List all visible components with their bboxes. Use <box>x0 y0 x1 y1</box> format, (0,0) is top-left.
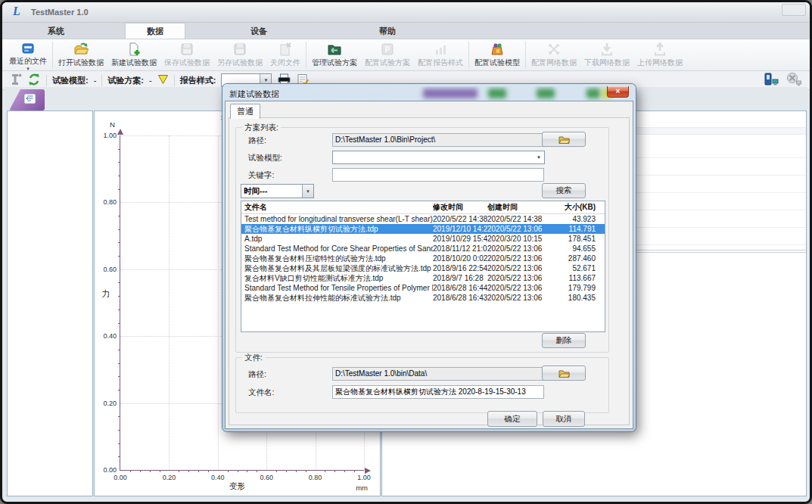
scheme-path-field[interactable]: D:\TestMaster 1.0\Bin\Project\ <box>332 133 544 147</box>
manage-scheme-folder-icon <box>327 40 342 58</box>
recent-files-icon <box>20 40 36 56</box>
model-value: - <box>94 76 97 85</box>
search-button[interactable]: 搜索 <box>542 183 586 198</box>
y-minor-tick <box>118 430 120 431</box>
filter-funnel-icon[interactable] <box>157 74 169 86</box>
svg-text:P: P <box>385 45 390 54</box>
x-tick-label: 0.20 <box>163 474 176 481</box>
ribbon-button-label: 新建试验数据 <box>111 58 157 68</box>
table-row[interactable]: 聚合物基复合材料压缩特性的试验方法.tdp2018/10/20 0:022020… <box>241 254 605 263</box>
y-minor-tick <box>118 350 120 350</box>
tab-test-list[interactable] <box>9 89 45 110</box>
table-row[interactable]: Standard Test Method for Tensile Propert… <box>241 283 605 293</box>
ribbon-button-test-model[interactable]: 配置试验模型 <box>471 39 524 70</box>
y-minor-tick <box>118 149 120 150</box>
x-minor-tick <box>334 470 335 472</box>
network-offline-icon[interactable] <box>786 72 803 89</box>
chevron-down-icon: ▾ <box>26 67 30 70</box>
column-header-created[interactable]: 创建时间 <box>487 201 551 213</box>
cell-modified: 2018/9/16 22:54 <box>433 263 487 273</box>
dialog-close-button[interactable]: × <box>607 86 629 98</box>
app-title: TestMaster 1.0 <box>31 8 89 17</box>
table-row[interactable]: 聚合物基复合材料纵横剪切试验方法.tdp2019/12/10 14:232020… <box>241 224 605 234</box>
test-model-icon <box>490 40 505 58</box>
ribbon-button-open-folder[interactable]: 打开试验数据 <box>54 39 107 70</box>
ribbon-button-label: 配置网络数据 <box>531 58 577 68</box>
glass-reflection <box>537 89 555 98</box>
file-path-browse-button[interactable] <box>542 366 586 381</box>
ribbon-button-manage-scheme-folder[interactable]: 管理试验方案 <box>308 39 361 70</box>
x-axis-arrow <box>365 468 371 474</box>
y-minor-tick <box>118 189 120 190</box>
y-axis-arrow <box>117 129 123 135</box>
cell-filename: 复合材料V缺口剪切性能测试标准方法.tdp <box>241 273 433 283</box>
table-row[interactable]: Standard Test Method for Core Shear Prop… <box>241 244 605 254</box>
cell-modified: 2018/6/28 16:43 <box>433 293 487 303</box>
x-minor-tick <box>140 470 141 472</box>
cell-size: 178.451 <box>551 234 600 244</box>
app-window: L TestMaster 1.0 系统 数据 设备 帮助 最近的文件▾打开试验数… <box>0 0 812 504</box>
cell-modified: 2018/9/7 16:28 <box>433 273 487 283</box>
menu-tab-help[interactable]: 帮助 <box>358 23 417 39</box>
ribbon-button-network-config: 配置网络数据 <box>527 39 580 70</box>
specimen-add-icon[interactable] <box>9 73 22 88</box>
test-list-panel <box>7 110 93 496</box>
ribbon-button-label: 最近的文件 <box>9 56 47 67</box>
table-row[interactable]: A.tdp2019/10/29 15:432020/3/20 10:15178.… <box>241 234 605 244</box>
dialog-title-bar[interactable]: 新建试验数据 × <box>225 86 633 101</box>
y-tick-label: 0.00 <box>103 466 117 474</box>
y-minor-tick <box>118 310 120 310</box>
x-minor-tick <box>257 470 257 472</box>
ribbon-button-label: 配置报告样式 <box>418 58 463 68</box>
x-minor-tick <box>306 470 306 472</box>
column-header-filename[interactable]: 文件名 <box>241 201 433 213</box>
table-row[interactable]: 复合材料V缺口剪切性能测试标准方法.tdp2018/9/7 16:282020/… <box>241 273 605 283</box>
menu-tab-data[interactable]: 数据 <box>125 23 185 39</box>
machine-status-icon[interactable] <box>763 72 780 89</box>
file-name-input[interactable]: 聚合物基复合材料纵横剪切试验方法 2020-8-19-15-30-13 <box>332 385 544 399</box>
y-minor-tick <box>118 296 120 297</box>
y-minor-tick <box>118 216 120 216</box>
ribbon-button-recent-files[interactable]: 最近的文件▾ <box>5 39 51 70</box>
y-minor-tick <box>118 363 120 364</box>
window-control-button[interactable] <box>782 4 806 16</box>
x-axis-unit: mm <box>356 484 368 492</box>
ribbon-separator <box>52 42 53 68</box>
column-header-modified[interactable]: 修改时间 <box>433 201 487 213</box>
table-row[interactable]: 聚合物基复合材料及其层板短梁强度的标准试验方法.tdp2018/9/16 22:… <box>241 263 605 273</box>
dialog-tab-general[interactable]: 普通 <box>230 104 260 119</box>
y-minor-tick <box>118 323 120 324</box>
y-tick-label: 0.40 <box>103 332 117 340</box>
y-minor-tick <box>118 456 120 457</box>
table-row[interactable]: Test method for longitudinal transverse … <box>241 214 605 224</box>
cell-filename: Standard Test Method for Core Shear Prop… <box>241 244 433 254</box>
delete-button[interactable]: 删除 <box>542 333 586 348</box>
refresh-icon[interactable] <box>27 73 41 88</box>
file-path-field[interactable]: D:\TestMaster 1.0\bin\Data\ <box>332 367 544 381</box>
scheme-list-group-label: 方案列表: <box>242 123 281 133</box>
close-file-icon <box>278 40 293 58</box>
table-row[interactable]: 聚合物基复合材料拉伸性能的标准试验方法.tdp2018/6/28 16:4320… <box>241 293 605 303</box>
cell-created: 2020/3/20 10:15 <box>487 234 551 244</box>
x-tick-label: 0.60 <box>260 474 273 481</box>
time-filter-select[interactable]: 时间--- ▼ <box>241 184 314 198</box>
save-as-icon <box>232 40 247 58</box>
cell-size: 52.671 <box>551 263 600 273</box>
scheme-model-select[interactable]: ▼ <box>332 151 545 164</box>
cancel-button[interactable]: 取消 <box>543 411 585 427</box>
ok-button[interactable]: 确定 <box>487 411 537 427</box>
menu-tab-device[interactable]: 设备 <box>229 23 288 39</box>
new-document-icon <box>126 40 142 58</box>
y-minor-tick <box>118 229 120 230</box>
column-header-size[interactable]: 大小(KB) <box>551 201 600 213</box>
menu-tab-system[interactable]: 系统 <box>26 23 86 39</box>
ribbon-button-new-document[interactable]: 新建试验数据 <box>107 39 160 70</box>
keyword-input[interactable] <box>332 168 544 182</box>
scheme-path-browse-button[interactable] <box>542 132 586 147</box>
cell-created: 2020/5/22 13:06 <box>487 263 551 273</box>
ribbon-button-label: 保存试验数据 <box>164 58 210 68</box>
y-minor-tick <box>118 162 120 163</box>
x-minor-tick <box>160 470 160 472</box>
cell-created: 2020/5/22 13:06 <box>487 283 551 293</box>
download-icon <box>599 40 614 58</box>
